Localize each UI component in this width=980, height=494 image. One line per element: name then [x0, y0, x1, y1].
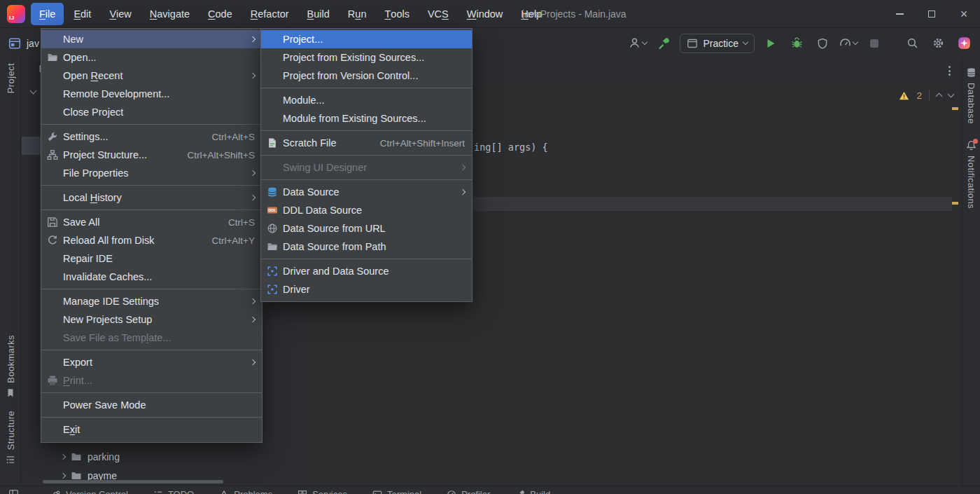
- menu-item-label: File Properties: [63, 167, 128, 179]
- profiler-button[interactable]: [839, 34, 858, 53]
- next-problem-chevron-icon[interactable]: [948, 91, 955, 98]
- chevron-down-icon: [642, 39, 648, 45]
- structure-tw-icon: [6, 455, 15, 465]
- tree-node-parking[interactable]: parking: [22, 447, 308, 466]
- menubar-item-view[interactable]: View: [101, 3, 139, 25]
- menu-item-ddl-data-source[interactable]: DDLDDL Data Source: [261, 201, 472, 219]
- menu-item-swing-ui-designer: Swing UI Designer: [261, 158, 472, 177]
- menu-item-new[interactable]: New: [41, 30, 262, 48]
- ai-assistant-icon: [958, 36, 971, 50]
- menubar-item-tools[interactable]: Tools: [376, 3, 417, 25]
- warning-stripe-mark[interactable]: [952, 202, 958, 205]
- menu-item-file-properties[interactable]: File Properties: [41, 164, 262, 182]
- menu-item-module[interactable]: Module...: [261, 91, 472, 109]
- horizontal-scrollbar[interactable]: [43, 480, 223, 483]
- menu-item-open-recent[interactable]: Open Recent: [41, 67, 262, 85]
- minimize-button[interactable]: [883, 0, 916, 28]
- status-bar-item-terminal[interactable]: Terminal: [372, 489, 421, 494]
- debug-bug-icon: [791, 37, 803, 49]
- stop-icon: [870, 39, 878, 48]
- menu-item-project-from-existing-sources[interactable]: Project from Existing Sources...: [261, 48, 472, 67]
- ai-assistant-button[interactable]: [954, 34, 974, 53]
- menu-item-scratch-file[interactable]: Scratch FileCtrl+Alt+Shift+Insert: [261, 134, 472, 152]
- tool-window-label: Bookmarks: [6, 335, 16, 383]
- scratch-icon: [265, 137, 279, 149]
- menu-item-new-projects-setup[interactable]: New Projects Setup: [41, 310, 262, 329]
- status-bar-items: Version ControlTODOProblemsServicesTermi…: [51, 489, 550, 494]
- run-with-coverage-button[interactable]: [813, 34, 832, 53]
- menu-item-save-all[interactable]: Save AllCtrl+S: [41, 213, 262, 231]
- menu-item-manage-ide-settings[interactable]: Manage IDE Settings: [41, 292, 262, 310]
- chevron-right-icon[interactable]: [60, 453, 66, 459]
- tree-expanded-chevron-icon[interactable]: [30, 88, 37, 95]
- menu-item-project-structure[interactable]: Project Structure...Ctrl+Alt+Shift+S: [41, 146, 262, 164]
- close-icon: ×: [960, 8, 968, 20]
- menu-item-local-history[interactable]: Local History: [41, 188, 262, 207]
- menubar-item-window[interactable]: Window: [458, 3, 512, 25]
- menu-item-remote-development[interactable]: Remote Development...: [41, 85, 262, 103]
- menu-item-exit[interactable]: Exit: [41, 420, 262, 439]
- services-icon: [298, 490, 307, 494]
- menu-item-data-source[interactable]: Data Source: [261, 183, 472, 201]
- editor-options-kebab-icon[interactable]: [948, 66, 951, 76]
- menu-item-driver[interactable]: Driver: [261, 280, 472, 299]
- status-bar-item-version-control[interactable]: Version Control: [51, 489, 128, 494]
- menu-item-data-source-from-url[interactable]: Data Source from URL: [261, 219, 472, 238]
- tool-window-button-structure[interactable]: Structure: [0, 411, 21, 465]
- menu-item-export[interactable]: Export: [41, 353, 262, 371]
- menu-item-project[interactable]: Project...: [261, 30, 472, 48]
- tool-window-button-notifications[interactable]: Notifications: [962, 140, 980, 209]
- bookmark-icon: [6, 388, 15, 398]
- menu-item-project-from-version-control[interactable]: Project from Version Control...: [261, 67, 472, 85]
- menu-separator: [41, 210, 262, 210]
- build-project-button[interactable]: [654, 34, 673, 53]
- run-configuration-selector[interactable]: Practice: [680, 34, 755, 53]
- menubar-item-edit[interactable]: Edit: [65, 3, 99, 25]
- debug-button[interactable]: [787, 34, 806, 53]
- status-bar-item-services[interactable]: Services: [298, 489, 347, 494]
- menu-item-data-source-from-path[interactable]: Data Source from Path: [261, 238, 472, 256]
- tool-window-button-database[interactable]: Database: [962, 67, 980, 124]
- menu-item-power-save-mode[interactable]: Power Save Mode: [41, 396, 262, 414]
- menubar-item-build[interactable]: Build: [299, 3, 338, 25]
- status-bar-item-profiler[interactable]: Profiler: [447, 489, 490, 494]
- maximize-button[interactable]: [916, 0, 948, 28]
- status-bar-item-todo[interactable]: TODO: [153, 489, 194, 494]
- menubar-item-navigate[interactable]: Navigate: [141, 3, 198, 25]
- menu-item-label: Module from Existing Sources...: [283, 113, 426, 124]
- menu-item-settings[interactable]: Settings...Ctrl+Alt+S: [41, 128, 262, 146]
- close-button[interactable]: ×: [948, 0, 980, 28]
- menu-item-repair-ide[interactable]: Repair IDE: [41, 249, 262, 268]
- menu-item-reload-all-from-disk[interactable]: Reload All from DiskCtrl+Alt+Y: [41, 231, 262, 249]
- tool-window-label: Project: [6, 63, 16, 93]
- settings-button[interactable]: [928, 34, 948, 53]
- menu-shortcut: Ctrl+Alt+Shift+Insert: [380, 138, 465, 149]
- menubar-item-refactor[interactable]: Refactor: [242, 3, 298, 25]
- project-widget[interactable]: jav: [8, 37, 39, 50]
- menu-item-invalidate-caches[interactable]: Invalidate Caches...: [41, 268, 262, 286]
- menu-item-open[interactable]: Open...: [41, 48, 262, 67]
- menu-item-close-project[interactable]: Close Project: [41, 103, 262, 121]
- profiler-gauge-icon: [839, 37, 851, 49]
- run-config-icon: [687, 38, 698, 49]
- submenu-arrow-icon: [250, 299, 255, 304]
- menubar-item-run[interactable]: Run: [340, 3, 375, 25]
- menu-item-module-from-existing-sources[interactable]: Module from Existing Sources...: [261, 109, 472, 128]
- chevron-right-icon[interactable]: [60, 472, 66, 478]
- status-bar-item-problems[interactable]: Problems: [219, 489, 272, 494]
- inspections-widget[interactable]: 2: [899, 90, 953, 101]
- warning-stripe-mark[interactable]: [952, 107, 958, 110]
- run-button[interactable]: [761, 34, 780, 53]
- status-bar-item-build[interactable]: Build: [515, 489, 550, 494]
- menubar-item-file[interactable]: File: [31, 3, 64, 25]
- tool-window-button-project[interactable]: Project: [0, 63, 21, 93]
- tool-window-button-bookmarks[interactable]: Bookmarks: [0, 335, 21, 398]
- menubar-item-vcs[interactable]: VCS: [419, 3, 457, 25]
- menu-item-label: Data Source from URL: [283, 223, 386, 234]
- search-everywhere-button[interactable]: [902, 34, 922, 53]
- menu-item-driver-and-data-source[interactable]: Driver and Data Source: [261, 262, 472, 280]
- previous-problem-chevron-icon[interactable]: [936, 93, 943, 100]
- menubar-item-code[interactable]: Code: [200, 3, 241, 25]
- user-account-button[interactable]: [628, 34, 648, 53]
- tool-windows-icon[interactable]: [8, 489, 19, 494]
